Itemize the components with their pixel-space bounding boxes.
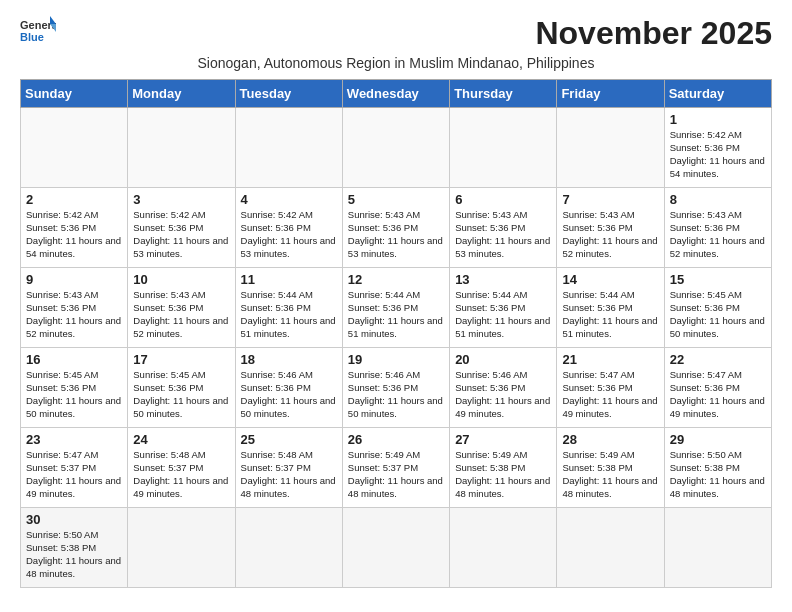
cell-info: Sunrise: 5:44 AM Sunset: 5:36 PM Dayligh… [562, 289, 658, 340]
calendar-cell [557, 508, 664, 588]
header-sunday: Sunday [21, 80, 128, 108]
day-number: 20 [455, 352, 551, 367]
day-number: 2 [26, 192, 122, 207]
calendar-cell: 14Sunrise: 5:44 AM Sunset: 5:36 PM Dayli… [557, 268, 664, 348]
week-row-1: 2Sunrise: 5:42 AM Sunset: 5:36 PM Daylig… [21, 188, 772, 268]
day-number: 9 [26, 272, 122, 287]
day-number: 24 [133, 432, 229, 447]
cell-info: Sunrise: 5:50 AM Sunset: 5:38 PM Dayligh… [670, 449, 766, 500]
day-number: 19 [348, 352, 444, 367]
day-number: 12 [348, 272, 444, 287]
calendar-cell [664, 508, 771, 588]
day-number: 16 [26, 352, 122, 367]
day-number: 5 [348, 192, 444, 207]
calendar-cell [557, 108, 664, 188]
cell-info: Sunrise: 5:47 AM Sunset: 5:36 PM Dayligh… [562, 369, 658, 420]
calendar-cell: 8Sunrise: 5:43 AM Sunset: 5:36 PM Daylig… [664, 188, 771, 268]
cell-info: Sunrise: 5:42 AM Sunset: 5:36 PM Dayligh… [670, 129, 766, 180]
day-number: 4 [241, 192, 337, 207]
header-friday: Friday [557, 80, 664, 108]
cell-info: Sunrise: 5:46 AM Sunset: 5:36 PM Dayligh… [348, 369, 444, 420]
week-row-0: 1Sunrise: 5:42 AM Sunset: 5:36 PM Daylig… [21, 108, 772, 188]
header-saturday: Saturday [664, 80, 771, 108]
logo-icon: General Blue [20, 16, 56, 44]
calendar-cell: 22Sunrise: 5:47 AM Sunset: 5:36 PM Dayli… [664, 348, 771, 428]
header-monday: Monday [128, 80, 235, 108]
cell-info: Sunrise: 5:49 AM Sunset: 5:38 PM Dayligh… [455, 449, 551, 500]
calendar-table: SundayMondayTuesdayWednesdayThursdayFrid… [20, 79, 772, 588]
cell-info: Sunrise: 5:45 AM Sunset: 5:36 PM Dayligh… [670, 289, 766, 340]
svg-text:Blue: Blue [20, 31, 44, 43]
subtitle: Sionogan, Autonomous Region in Muslim Mi… [20, 55, 772, 71]
calendar-cell: 4Sunrise: 5:42 AM Sunset: 5:36 PM Daylig… [235, 188, 342, 268]
day-number: 18 [241, 352, 337, 367]
day-number: 6 [455, 192, 551, 207]
calendar-cell: 29Sunrise: 5:50 AM Sunset: 5:38 PM Dayli… [664, 428, 771, 508]
calendar-cell: 6Sunrise: 5:43 AM Sunset: 5:36 PM Daylig… [450, 188, 557, 268]
day-number: 10 [133, 272, 229, 287]
calendar-cell [450, 108, 557, 188]
calendar-cell: 16Sunrise: 5:45 AM Sunset: 5:36 PM Dayli… [21, 348, 128, 428]
day-number: 30 [26, 512, 122, 527]
cell-info: Sunrise: 5:47 AM Sunset: 5:37 PM Dayligh… [26, 449, 122, 500]
calendar-cell: 27Sunrise: 5:49 AM Sunset: 5:38 PM Dayli… [450, 428, 557, 508]
calendar-cell: 7Sunrise: 5:43 AM Sunset: 5:36 PM Daylig… [557, 188, 664, 268]
calendar-cell: 28Sunrise: 5:49 AM Sunset: 5:38 PM Dayli… [557, 428, 664, 508]
calendar-cell: 2Sunrise: 5:42 AM Sunset: 5:36 PM Daylig… [21, 188, 128, 268]
calendar-cell: 15Sunrise: 5:45 AM Sunset: 5:36 PM Dayli… [664, 268, 771, 348]
cell-info: Sunrise: 5:44 AM Sunset: 5:36 PM Dayligh… [348, 289, 444, 340]
cell-info: Sunrise: 5:45 AM Sunset: 5:36 PM Dayligh… [26, 369, 122, 420]
header-row: SundayMondayTuesdayWednesdayThursdayFrid… [21, 80, 772, 108]
cell-info: Sunrise: 5:42 AM Sunset: 5:36 PM Dayligh… [241, 209, 337, 260]
week-row-5: 30Sunrise: 5:50 AM Sunset: 5:38 PM Dayli… [21, 508, 772, 588]
header-wednesday: Wednesday [342, 80, 449, 108]
calendar-cell [342, 508, 449, 588]
calendar-cell [21, 108, 128, 188]
cell-info: Sunrise: 5:43 AM Sunset: 5:36 PM Dayligh… [26, 289, 122, 340]
day-number: 1 [670, 112, 766, 127]
calendar-cell: 26Sunrise: 5:49 AM Sunset: 5:37 PM Dayli… [342, 428, 449, 508]
calendar-cell [128, 108, 235, 188]
cell-info: Sunrise: 5:48 AM Sunset: 5:37 PM Dayligh… [241, 449, 337, 500]
day-number: 25 [241, 432, 337, 447]
calendar-cell [235, 108, 342, 188]
calendar-cell: 20Sunrise: 5:46 AM Sunset: 5:36 PM Dayli… [450, 348, 557, 428]
calendar-cell: 24Sunrise: 5:48 AM Sunset: 5:37 PM Dayli… [128, 428, 235, 508]
header-tuesday: Tuesday [235, 80, 342, 108]
cell-info: Sunrise: 5:49 AM Sunset: 5:37 PM Dayligh… [348, 449, 444, 500]
cell-info: Sunrise: 5:42 AM Sunset: 5:36 PM Dayligh… [26, 209, 122, 260]
cell-info: Sunrise: 5:46 AM Sunset: 5:36 PM Dayligh… [241, 369, 337, 420]
day-number: 15 [670, 272, 766, 287]
calendar-cell: 3Sunrise: 5:42 AM Sunset: 5:36 PM Daylig… [128, 188, 235, 268]
logo: General Blue [20, 16, 56, 44]
cell-info: Sunrise: 5:42 AM Sunset: 5:36 PM Dayligh… [133, 209, 229, 260]
calendar-cell [235, 508, 342, 588]
cell-info: Sunrise: 5:43 AM Sunset: 5:36 PM Dayligh… [562, 209, 658, 260]
day-number: 7 [562, 192, 658, 207]
calendar-cell: 23Sunrise: 5:47 AM Sunset: 5:37 PM Dayli… [21, 428, 128, 508]
day-number: 23 [26, 432, 122, 447]
day-number: 17 [133, 352, 229, 367]
day-number: 11 [241, 272, 337, 287]
day-number: 27 [455, 432, 551, 447]
header: General Blue November 2025 [20, 16, 772, 51]
day-number: 22 [670, 352, 766, 367]
calendar-cell [342, 108, 449, 188]
day-number: 26 [348, 432, 444, 447]
cell-info: Sunrise: 5:43 AM Sunset: 5:36 PM Dayligh… [670, 209, 766, 260]
calendar-cell: 1Sunrise: 5:42 AM Sunset: 5:36 PM Daylig… [664, 108, 771, 188]
calendar-cell: 13Sunrise: 5:44 AM Sunset: 5:36 PM Dayli… [450, 268, 557, 348]
calendar-cell: 19Sunrise: 5:46 AM Sunset: 5:36 PM Dayli… [342, 348, 449, 428]
day-number: 8 [670, 192, 766, 207]
calendar-cell: 5Sunrise: 5:43 AM Sunset: 5:36 PM Daylig… [342, 188, 449, 268]
day-number: 13 [455, 272, 551, 287]
cell-info: Sunrise: 5:49 AM Sunset: 5:38 PM Dayligh… [562, 449, 658, 500]
day-number: 28 [562, 432, 658, 447]
calendar-cell: 21Sunrise: 5:47 AM Sunset: 5:36 PM Dayli… [557, 348, 664, 428]
calendar-cell [450, 508, 557, 588]
cell-info: Sunrise: 5:43 AM Sunset: 5:36 PM Dayligh… [133, 289, 229, 340]
calendar-cell: 10Sunrise: 5:43 AM Sunset: 5:36 PM Dayli… [128, 268, 235, 348]
day-number: 29 [670, 432, 766, 447]
day-number: 14 [562, 272, 658, 287]
cell-info: Sunrise: 5:48 AM Sunset: 5:37 PM Dayligh… [133, 449, 229, 500]
